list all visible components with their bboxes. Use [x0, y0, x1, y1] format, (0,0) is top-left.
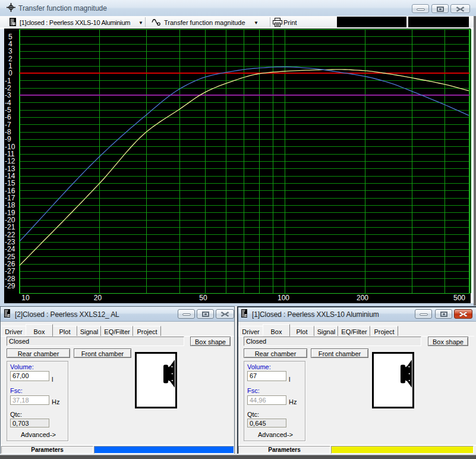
svg-text:200: 200 — [357, 294, 368, 302]
svg-text:-9: -9 — [5, 135, 11, 143]
svg-text:-28: -28 — [5, 275, 15, 283]
svg-text:-19: -19 — [5, 209, 15, 217]
svg-text:-20: -20 — [5, 216, 15, 224]
svg-text:50: 50 — [199, 294, 207, 302]
svg-text:-1: -1 — [5, 77, 11, 85]
svg-text:-3: -3 — [5, 91, 11, 99]
svg-text:-8: -8 — [5, 128, 11, 136]
svg-text:-24: -24 — [5, 245, 15, 253]
svg-text:-4: -4 — [5, 99, 11, 107]
svg-text:-26: -26 — [5, 260, 15, 268]
svg-text:-16: -16 — [5, 187, 15, 195]
svg-text:-11: -11 — [5, 150, 15, 158]
svg-text:-15: -15 — [5, 179, 15, 187]
svg-text:4: 4 — [8, 40, 12, 48]
svg-text:3: 3 — [8, 47, 12, 55]
svg-text:500: 500 — [453, 294, 465, 302]
svg-text:-7: -7 — [5, 121, 11, 129]
svg-text:0: 0 — [8, 69, 12, 77]
svg-text:-2: -2 — [5, 84, 11, 92]
svg-text:100: 100 — [278, 294, 289, 302]
svg-text:-27: -27 — [5, 267, 15, 275]
svg-text:-22: -22 — [5, 231, 15, 239]
svg-text:-13: -13 — [5, 165, 15, 173]
svg-text:-29: -29 — [5, 282, 15, 290]
svg-text:1: 1 — [8, 62, 12, 70]
svg-text:-18: -18 — [5, 201, 15, 209]
svg-text:2: 2 — [8, 55, 12, 63]
svg-text:-17: -17 — [5, 194, 15, 202]
svg-text:-12: -12 — [5, 157, 15, 165]
svg-text:-21: -21 — [5, 223, 15, 231]
svg-text:20: 20 — [94, 294, 102, 302]
svg-text:10: 10 — [21, 294, 30, 302]
svg-text:-5: -5 — [5, 106, 11, 114]
svg-text:-6: -6 — [5, 113, 11, 121]
svg-text:-14: -14 — [5, 172, 15, 180]
svg-text:-10: -10 — [5, 143, 15, 151]
svg-text:5: 5 — [8, 33, 12, 41]
svg-text:-23: -23 — [5, 238, 15, 246]
svg-text:-25: -25 — [5, 253, 15, 261]
